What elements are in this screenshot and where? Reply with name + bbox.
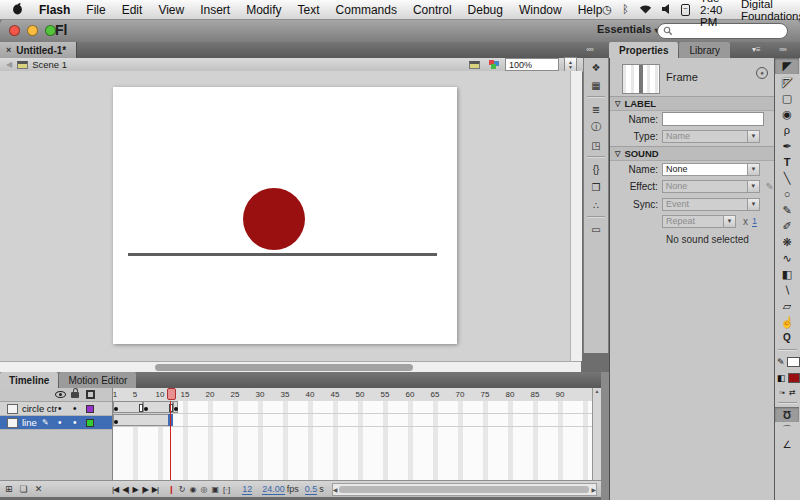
edit-symbols-button[interactable] bbox=[489, 60, 500, 69]
layer-visibility-dot[interactable]: • bbox=[58, 404, 62, 414]
label-name-field[interactable] bbox=[662, 112, 764, 126]
repeat-count-value[interactable]: 1 bbox=[752, 216, 757, 227]
sound-effect-select[interactable]: None ▼ bbox=[662, 180, 760, 193]
frame-row-line[interactable] bbox=[113, 414, 592, 427]
new-layer-button[interactable]: ⊞ bbox=[5, 484, 13, 494]
lasso-tool[interactable]: ρ bbox=[775, 122, 799, 138]
stage-vertical-scrollbar[interactable] bbox=[570, 71, 582, 361]
layer-lock-dot[interactable]: • bbox=[73, 404, 77, 414]
3d-rotation-tool[interactable]: ◉ bbox=[775, 106, 799, 122]
paint-bucket-tool[interactable]: ◧ bbox=[775, 266, 799, 282]
layer-circle-ctr[interactable]: circle ctr•• bbox=[0, 402, 112, 416]
timeline-horizontal-scrollbar[interactable]: ◀ ▶ bbox=[332, 483, 597, 496]
scrollbar-thumb[interactable] bbox=[339, 486, 589, 493]
stage-zoom-input[interactable]: 100% bbox=[505, 58, 559, 71]
sound-section-header[interactable]: ▽ SOUND bbox=[610, 146, 774, 161]
menu-help[interactable]: Help bbox=[578, 3, 603, 17]
stage-canvas[interactable] bbox=[113, 87, 457, 344]
go-to-last-frame-button[interactable]: ▶| bbox=[152, 485, 158, 494]
layer-name[interactable]: circle ctr bbox=[22, 403, 57, 414]
play-button[interactable]: ▶ bbox=[132, 485, 137, 494]
selection-tool[interactable]: ◤ bbox=[775, 58, 799, 74]
scroll-left-icon[interactable]: ◀ bbox=[333, 486, 338, 493]
layer-lock-dot[interactable]: • bbox=[73, 418, 77, 428]
menu-file[interactable]: File bbox=[86, 3, 105, 17]
volume-icon[interactable] bbox=[662, 4, 671, 16]
modify-markers-button[interactable]: [·] bbox=[223, 485, 230, 494]
loop-playback-button[interactable]: ↻ bbox=[179, 485, 186, 494]
onion-skin-button[interactable]: ◉ bbox=[190, 485, 197, 494]
menu-text[interactable]: Text bbox=[298, 3, 320, 17]
frame-rate-value[interactable]: 24.00 bbox=[262, 484, 285, 495]
layer-name[interactable]: line bbox=[22, 417, 37, 428]
swap-colors-icon[interactable]: ⇄ bbox=[789, 388, 796, 397]
keyframe-dot[interactable] bbox=[144, 407, 148, 411]
menu-bar-clock[interactable]: Tue 2:40 PM bbox=[700, 0, 731, 28]
tab-library[interactable]: Library bbox=[679, 42, 730, 58]
stage-line[interactable] bbox=[128, 253, 437, 256]
pasteboard[interactable] bbox=[0, 71, 570, 361]
sound-name-select[interactable]: None ▼ bbox=[662, 163, 760, 176]
step-back-button[interactable]: ◀| bbox=[122, 485, 128, 494]
apple-menu-icon[interactable] bbox=[12, 2, 23, 18]
frame-area[interactable]: 151015202530354045505560657075808590 bbox=[113, 388, 592, 480]
menu-control[interactable]: Control bbox=[413, 3, 452, 17]
keyframe-dot[interactable] bbox=[174, 407, 178, 411]
menu-edit[interactable]: Edit bbox=[122, 3, 143, 17]
edit-multiple-frames-button[interactable]: ▣ bbox=[211, 485, 219, 494]
sound-repeat-select[interactable]: Repeat ▼ bbox=[662, 215, 736, 228]
layer-outline-color[interactable] bbox=[86, 405, 94, 413]
keyframe-dot[interactable] bbox=[114, 420, 118, 424]
show-hide-all-layers-icon[interactable] bbox=[55, 391, 66, 398]
scroll-right-icon[interactable]: ▶ bbox=[591, 486, 596, 493]
document-tab[interactable]: × Untitled-1* bbox=[0, 42, 77, 58]
frame-ruler[interactable]: 151015202530354045505560657075808590 bbox=[113, 388, 592, 402]
back-arrow-icon[interactable]: ◀ bbox=[6, 60, 12, 69]
subselection-tool[interactable]: ◸ bbox=[775, 74, 799, 90]
current-frame-value[interactable]: 12 bbox=[242, 484, 252, 495]
input-menu-icon[interactable]: ~ bbox=[681, 4, 691, 16]
sound-sync-select[interactable]: Event ▼ bbox=[662, 198, 760, 211]
stroke-color-control[interactable]: ✎ bbox=[775, 354, 800, 370]
help-icon[interactable]: ● bbox=[756, 67, 768, 79]
keyframe-dot[interactable] bbox=[114, 407, 118, 411]
menu-window[interactable]: Window bbox=[519, 3, 562, 17]
collapse-tools-icon[interactable]: »» bbox=[779, 45, 786, 54]
bone-tool[interactable]: ∿ bbox=[775, 250, 799, 266]
eraser-tool[interactable]: ▱ bbox=[775, 298, 799, 314]
timeline-vertical-scrollbar[interactable]: ▲ bbox=[592, 388, 601, 480]
wifi-icon[interactable] bbox=[639, 4, 652, 16]
edit-scene-button[interactable] bbox=[469, 61, 480, 69]
layer-visibility-dot[interactable]: • bbox=[58, 418, 62, 428]
text-tool[interactable]: T bbox=[775, 154, 799, 170]
stage-circle[interactable] bbox=[243, 188, 305, 250]
user-menu[interactable]: Digital Foundations bbox=[741, 0, 800, 22]
straighten-option[interactable]: ∠ bbox=[775, 437, 799, 452]
oval-tool[interactable]: ○ bbox=[775, 186, 799, 202]
free-transform-tool[interactable]: ▢ bbox=[775, 90, 799, 106]
info-panel-icon[interactable]: ⓘ bbox=[584, 118, 608, 136]
black-white-icon[interactable]: ▫▪ bbox=[779, 388, 785, 397]
components-panel-icon[interactable]: ❐ bbox=[584, 178, 608, 196]
hand-tool[interactable]: ☝ bbox=[775, 314, 799, 330]
close-window-button[interactable] bbox=[9, 25, 20, 36]
center-frame-button[interactable]: ❙ bbox=[168, 485, 175, 494]
smooth-option[interactable]: ⌒ bbox=[775, 422, 799, 437]
stroke-color-swatch[interactable] bbox=[787, 357, 800, 367]
frame-span[interactable] bbox=[113, 414, 173, 426]
align-panel-icon[interactable]: ≣ bbox=[584, 100, 608, 118]
frame-row-circle-ctr[interactable] bbox=[113, 401, 592, 414]
lock-all-layers-icon[interactable] bbox=[71, 392, 79, 398]
zoom-stepper[interactable]: ▲▼ bbox=[564, 57, 577, 72]
eyedropper-tool[interactable]: ∖ bbox=[775, 282, 799, 298]
menu-debug[interactable]: Debug bbox=[468, 3, 503, 17]
pen-tool[interactable]: ✒ bbox=[775, 138, 799, 154]
tab-motion-editor[interactable]: Motion Editor bbox=[59, 372, 136, 388]
swatches-panel-icon[interactable]: ▦ bbox=[584, 76, 608, 94]
menu-commands[interactable]: Commands bbox=[336, 3, 397, 17]
new-folder-button[interactable]: ❏ bbox=[20, 484, 28, 494]
fill-color-swatch[interactable] bbox=[788, 373, 800, 383]
time-machine-icon[interactable]: ◷ bbox=[602, 4, 612, 15]
delete-layer-button[interactable]: ✕ bbox=[35, 484, 43, 494]
scene-name[interactable]: Scene 1 bbox=[32, 59, 67, 70]
